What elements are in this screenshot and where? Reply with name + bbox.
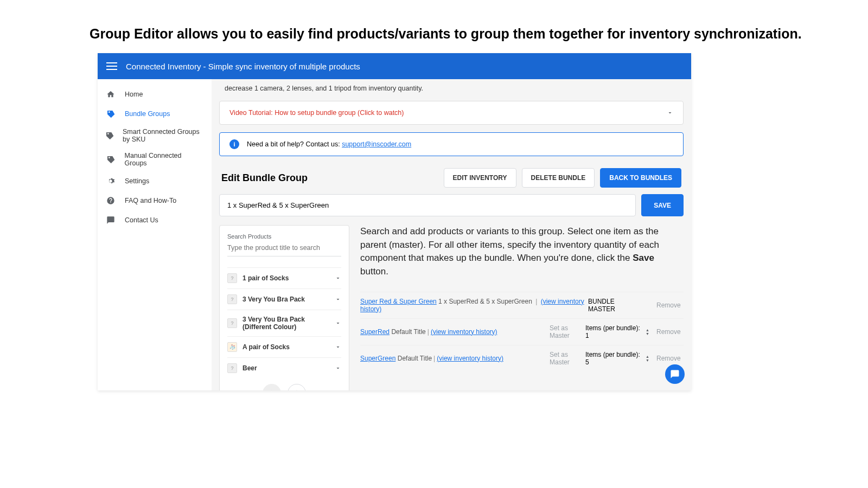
search-panel: Search Products ?1 pair of Socks?3 Very … bbox=[219, 225, 349, 390]
chevron-down-icon bbox=[335, 296, 341, 303]
nav-label: Bundle Groups bbox=[125, 110, 170, 118]
page-heading: Edit Bundle Group bbox=[221, 172, 308, 184]
delete-bundle-button[interactable]: DELETE BUNDLE bbox=[522, 168, 595, 188]
product-thumb: ? bbox=[227, 273, 237, 283]
home-icon bbox=[105, 89, 116, 100]
tag-icon bbox=[105, 154, 116, 165]
product-title: 3 Very You Bra Pack bbox=[242, 296, 335, 303]
master-title-link[interactable]: Super Red & Super Green bbox=[360, 298, 437, 305]
instructions: Search and add products or variants to t… bbox=[360, 225, 684, 279]
app-title: Connected Inventory - Simple sync invent… bbox=[126, 62, 360, 71]
quantity-stepper[interactable]: ▲▼ bbox=[646, 328, 653, 336]
bundle-component-row: SuperRed Default Title|(view inventory h… bbox=[360, 318, 684, 345]
help-banner: i Need a bit of help? Contact us: suppor… bbox=[219, 132, 684, 156]
bundle-master-badge: BUNDLEMASTER bbox=[588, 298, 653, 313]
product-title: Beer bbox=[242, 364, 335, 372]
nav-item-bundle-groups[interactable]: Bundle Groups bbox=[98, 104, 212, 124]
help-email-link[interactable]: support@inscoder.com bbox=[342, 140, 411, 148]
chevron-down-icon bbox=[335, 320, 341, 326]
component-title-link[interactable]: SuperGreen bbox=[360, 355, 395, 362]
nav-item-smart-connected-groups-by-sku[interactable]: Smart Connected Groups by SKU bbox=[98, 124, 212, 147]
pager-next-button[interactable] bbox=[288, 384, 306, 390]
set-as-master-button[interactable]: Set as Master bbox=[550, 324, 582, 339]
nav-label: Smart Connected Groups by SKU bbox=[123, 128, 204, 143]
product-title: A pair of Socks bbox=[242, 343, 335, 351]
chevron-down-icon bbox=[667, 110, 673, 116]
bundle-component-row: SuperGreen Default Title|(view inventory… bbox=[360, 345, 684, 371]
tutorial-card[interactable]: Video Tutorial: How to setup bundle grou… bbox=[219, 101, 684, 125]
product-title: 3 Very You Bra Pack (Different Colour) bbox=[242, 316, 335, 331]
info-icon: i bbox=[229, 139, 239, 149]
gear-icon bbox=[105, 176, 116, 187]
remove-button[interactable]: Remove bbox=[656, 328, 684, 336]
topbar: Connected Inventory - Simple sync invent… bbox=[98, 53, 691, 79]
product-thumb: ? bbox=[227, 318, 237, 328]
master-remove: Remove bbox=[656, 301, 684, 309]
bundle-master-row: Super Red & Super Green 1 x SuperRed & 5… bbox=[360, 292, 684, 318]
product-row[interactable]: ?3 Very You Bra Pack (Different Colour) bbox=[227, 310, 341, 336]
set-as-master-button[interactable]: Set as Master bbox=[550, 351, 582, 366]
tag-icon bbox=[105, 108, 116, 119]
product-row[interactable]: 🧦A pair of Socks bbox=[227, 336, 341, 357]
intro-text: decrease 1 camera, 2 lenses, and 1 tripo… bbox=[219, 79, 684, 101]
product-title: 1 pair of Socks bbox=[242, 274, 335, 282]
component-variant: Default Title bbox=[391, 328, 425, 336]
chat-widget-button[interactable] bbox=[665, 364, 685, 384]
search-label: Search Products bbox=[227, 233, 341, 240]
tutorial-link[interactable]: Video Tutorial: How to setup bundle grou… bbox=[229, 109, 404, 117]
component-history-link[interactable]: (view inventory history) bbox=[437, 355, 503, 362]
nav-item-home[interactable]: Home bbox=[98, 85, 212, 104]
app-frame: Connected Inventory - Simple sync invent… bbox=[98, 53, 691, 390]
chevron-down-icon bbox=[335, 365, 341, 371]
nav-item-faq-and-how-to[interactable]: FAQ and How-To bbox=[98, 191, 212, 210]
nav-item-settings[interactable]: Settings bbox=[98, 171, 212, 191]
nav-label: Manual Connected Groups bbox=[125, 152, 204, 167]
tag-icon bbox=[105, 130, 114, 141]
back-to-bundles-button[interactable]: BACK TO BUNDLES bbox=[600, 168, 681, 188]
main-content: decrease 1 camera, 2 lenses, and 1 tripo… bbox=[212, 79, 691, 390]
help-icon bbox=[105, 195, 116, 206]
search-input[interactable] bbox=[227, 241, 341, 256]
product-thumb: 🧦 bbox=[227, 342, 237, 352]
headline: Group Editor allows you to easily find p… bbox=[90, 26, 802, 42]
nav-label: FAQ and How-To bbox=[125, 197, 176, 204]
product-row[interactable]: ?Beer bbox=[227, 357, 341, 378]
chevron-down-icon bbox=[335, 275, 341, 281]
nav-label: Settings bbox=[125, 177, 149, 185]
items-per-bundle: Items (per bundle): 5 bbox=[585, 351, 642, 366]
master-variant: 1 x SuperRed & 5 x SuperGreen bbox=[438, 298, 532, 305]
chevron-down-icon bbox=[335, 344, 341, 350]
nav-label: Home bbox=[125, 91, 143, 98]
component-history-link[interactable]: (view inventory history) bbox=[431, 328, 497, 336]
items-per-bundle: Items (per bundle): 1 bbox=[585, 324, 642, 339]
pager-prev-button[interactable] bbox=[263, 384, 281, 390]
nav-item-contact-us[interactable]: Contact Us bbox=[98, 210, 212, 230]
product-row[interactable]: ?1 pair of Socks bbox=[227, 267, 341, 288]
group-name-input[interactable] bbox=[219, 194, 636, 216]
help-text: Need a bit of help? Contact us: bbox=[247, 140, 342, 148]
component-variant: Default Title bbox=[398, 355, 432, 362]
quantity-stepper[interactable]: ▲▼ bbox=[646, 355, 653, 362]
product-row[interactable]: ?3 Very You Bra Pack bbox=[227, 288, 341, 310]
chat-icon bbox=[105, 215, 116, 226]
menu-icon[interactable] bbox=[106, 62, 117, 70]
nav-item-manual-connected-groups[interactable]: Manual Connected Groups bbox=[98, 147, 212, 171]
sidebar: HomeBundle GroupsSmart Connected Groups … bbox=[98, 79, 212, 390]
remove-button[interactable]: Remove bbox=[656, 355, 684, 362]
component-title-link[interactable]: SuperRed bbox=[360, 328, 390, 336]
edit-inventory-button[interactable]: EDIT INVENTORY bbox=[444, 168, 516, 188]
save-button[interactable]: SAVE bbox=[641, 194, 684, 216]
nav-label: Contact Us bbox=[125, 216, 158, 224]
product-thumb: ? bbox=[227, 363, 237, 373]
product-thumb: ? bbox=[227, 294, 237, 304]
